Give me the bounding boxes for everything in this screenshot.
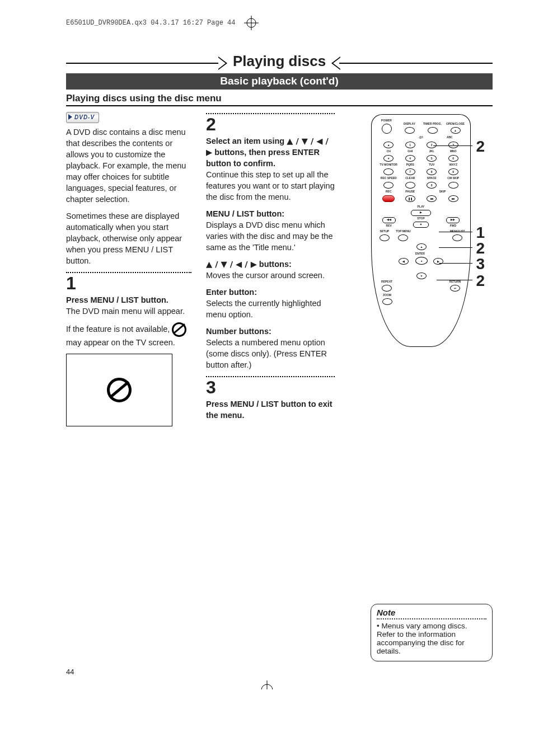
remote-control-illustration: POWER DISPLAY TIMER PROG. OPEN/CLOSE▲ .@… [371,114,471,347]
d-pad: ENTER ▲ ▼ ◀ ▶ ● [394,243,448,279]
arrows-desc: ▲ / ▼ / ◀ / ▶ buttons: Moves the cursor … [206,259,335,281]
chapter-title: Playing discs [225,50,334,72]
note-title: Note [377,608,486,617]
number-desc: Number buttons: Selects a numbered menu … [206,326,335,370]
step-3: Press MENU / LIST button to exit the men… [206,398,335,421]
section-bar: Basic playback (cont'd) [66,73,493,90]
rec-button[interactable] [382,195,395,202]
num-7[interactable]: 7 [405,168,415,175]
column-3: POWER DISPLAY TIMER PROG. OPEN/CLOSE▲ .@… [349,111,493,426]
clear-button[interactable] [405,182,415,189]
callout-5: 2 [437,280,472,280]
num-8[interactable]: 8 [427,168,437,175]
divider [66,272,191,273]
setup-button[interactable] [380,234,390,241]
num-6[interactable]: 6 [448,155,458,162]
print-slug: E6501UD_DVR90DEA.qx3 04.3.17 16:27 Page … [66,16,493,30]
column-2: 2 Select an item using ▲ / ▼ / ◀ / ▶ but… [206,111,335,426]
arrow-down[interactable]: ▼ [416,273,427,279]
callout-1: 2 [433,145,472,146]
pause-button[interactable]: ❚❚ [405,195,415,202]
repeat-button[interactable] [382,285,392,292]
arrow-up[interactable]: ▲ [416,243,427,250]
arrow-right[interactable]: ▶ [433,258,443,265]
registration-mark-icon [244,16,259,30]
prohibited-icon [172,322,186,337]
callout-3: 2 [439,247,472,248]
cm-skip[interactable] [448,182,458,189]
num-1[interactable]: 1 [405,142,415,148]
divider [206,376,335,377]
registration-mark-icon [257,680,277,689]
num-4[interactable]: 4 [405,155,415,162]
note-box: Note • Menus vary among discs. Refer to … [371,604,493,661]
prohibited-icon [107,378,132,402]
step-2-number: 2 [206,115,335,133]
num-2[interactable]: 2 [427,142,437,148]
play-button[interactable]: ▶ [411,210,431,216]
arrow-left[interactable]: ◀ [399,258,409,265]
num-9[interactable]: 9 [448,168,458,175]
chapter-title-row: Playing discs [66,50,493,72]
tv-screen-illustration [66,354,172,426]
fwd-button[interactable]: ▶▶ [446,217,460,223]
step-1-note: If the feature is not available, may app… [66,322,191,348]
rev-button[interactable]: ◀◀ [382,217,396,223]
dvd-v-badge-icon: DVD-V [66,112,99,123]
enter-desc: Enter button: Selects the currently high… [206,287,335,320]
num-3[interactable]: 3 [448,142,458,148]
step-1: Press MENU / LIST button. The DVD main m… [66,294,191,317]
section-heading: Playing discs using the disc menu [66,93,493,106]
stop-button[interactable]: ■ [413,222,429,228]
rec-speed[interactable] [383,182,394,189]
skip-back[interactable]: ⏮ [427,195,437,202]
zoom-button[interactable] [382,298,392,305]
callout-2: 1 [439,232,472,232]
chevron-right-icon [218,57,227,70]
step-3-number: 3 [206,378,335,396]
page-number: 44 [66,668,74,676]
num-0[interactable]: 0 [427,182,437,189]
intro-p1: A DVD disc contains a disc menu that des… [66,126,191,205]
step-1-number: 1 [66,274,191,292]
intro-p2: Sometimes these are displayed automatica… [66,210,191,266]
timer-button[interactable] [428,127,438,134]
tv-monitor[interactable] [383,168,394,175]
skip-fwd[interactable]: ⏭ [448,195,458,202]
note-body: • Menus vary among discs. Refer to the i… [377,622,486,655]
menu-list-desc: MENU / LIST button: Displays a DVD disc … [206,208,335,253]
ch-up[interactable]: ▲ [383,142,394,148]
divider [206,113,335,114]
display-button[interactable] [405,127,415,134]
eject-button[interactable]: ▲ [451,127,461,134]
return-button[interactable]: ↩ [450,285,460,292]
num-5[interactable]: 5 [427,155,437,162]
callout-4: 3 [439,263,472,264]
top-menu-button[interactable] [398,234,408,241]
ch-down[interactable]: ▼ [383,155,394,162]
menu-list-button[interactable] [452,234,462,241]
enter-button[interactable]: ● [415,257,428,265]
step-2: Select an item using ▲ / ▼ / ◀ / ▶ butto… [206,135,335,203]
column-1: DVD-V A DVD disc contains a disc menu th… [66,111,191,426]
power-button[interactable] [382,124,392,134]
